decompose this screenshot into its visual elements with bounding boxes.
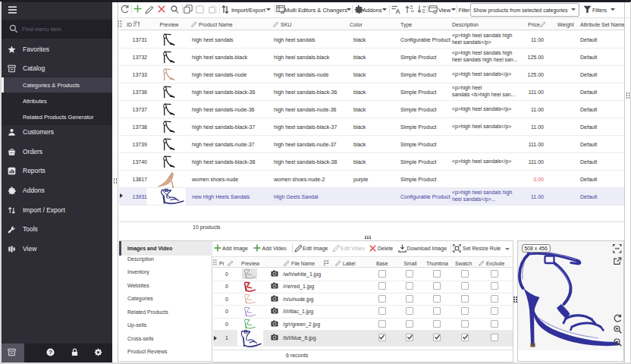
svg-text:A: A xyxy=(395,8,400,14)
svg-text:?: ? xyxy=(49,349,52,356)
